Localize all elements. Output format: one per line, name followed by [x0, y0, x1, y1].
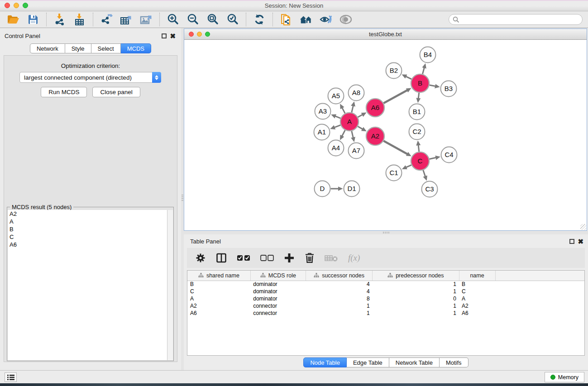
column-header-successor-nodes[interactable]: successor nodes — [306, 271, 372, 281]
open-folder-icon[interactable] — [6, 13, 20, 26]
column-header-name[interactable]: name — [459, 271, 495, 281]
close-panel-button[interactable]: Close panel — [92, 87, 140, 97]
node-table: shared nameMCDS rolesuccessor nodesprede… — [187, 270, 585, 356]
result-list-item[interactable]: C — [8, 233, 167, 241]
column-view-icon[interactable] — [216, 251, 227, 265]
edge-B-B2[interactable] — [406, 76, 412, 79]
add-column-icon[interactable] — [284, 251, 295, 265]
delete-column-trash-icon[interactable] — [305, 251, 315, 265]
edge-B-B1[interactable] — [418, 93, 419, 99]
function-builder-icon[interactable]: f(x) — [348, 251, 360, 265]
home-icon[interactable] — [299, 13, 313, 26]
table-row[interactable]: Adominator80A — [187, 295, 585, 302]
result-list-item[interactable]: B — [8, 225, 167, 233]
edge-B-B3[interactable] — [430, 85, 435, 86]
float-panel-icon[interactable] — [162, 33, 167, 38]
column-header-shared-name[interactable]: shared name — [187, 271, 250, 281]
column-header-MCDS-role[interactable]: MCDS role — [250, 271, 306, 281]
save-icon[interactable] — [26, 13, 40, 26]
export-table-icon[interactable] — [120, 13, 133, 26]
edge-A-A8[interactable] — [352, 106, 353, 113]
column-header-predecessor-nodes[interactable]: predecessor nodes — [373, 271, 459, 281]
result-list-item[interactable]: A — [8, 218, 167, 225]
edge-A2-C[interactable] — [383, 141, 407, 154]
export-image-icon[interactable] — [139, 13, 153, 26]
tab-mcds[interactable]: MCDS — [121, 43, 151, 53]
tab-network-table[interactable]: Network Table — [389, 357, 440, 367]
edge-A-A7[interactable] — [352, 131, 353, 138]
horizontal-split-divider[interactable] — [184, 231, 588, 234]
result-list-item[interactable]: A2 — [8, 210, 167, 218]
selected-criterion-value: largest connected component (directed) — [20, 74, 152, 81]
split-gripper-icon — [182, 195, 183, 202]
tab-motifs[interactable]: Motifs — [440, 357, 468, 367]
table-row[interactable]: A2connector11A2 — [187, 302, 585, 310]
edge-C-C3[interactable] — [423, 170, 425, 176]
edge-A-A2[interactable] — [358, 126, 363, 129]
edge-C-C4[interactable] — [430, 157, 436, 159]
gear-icon[interactable] — [195, 251, 206, 265]
edge-A-A3[interactable] — [335, 116, 340, 119]
table-cell: dominator — [250, 288, 306, 295]
table-row[interactable]: Cdominator41C — [187, 288, 585, 295]
import-network-icon[interactable] — [53, 13, 67, 26]
memory-label: Memory — [558, 374, 578, 381]
zoom-fit-icon[interactable] — [206, 13, 220, 26]
import-table-icon[interactable] — [73, 13, 86, 26]
search-input[interactable] — [449, 14, 583, 25]
zoom-out-icon[interactable] — [186, 13, 200, 26]
show-panel-list-button[interactable] — [5, 372, 17, 382]
result-list-item[interactable]: A6 — [8, 241, 167, 248]
edge-A-A4[interactable] — [342, 130, 345, 136]
graph-node-label: A3 — [319, 107, 327, 115]
table-cell — [495, 310, 585, 317]
deselect-all-checkboxes-icon[interactable] — [260, 251, 274, 265]
hide-graphics-details-icon[interactable] — [319, 13, 333, 26]
eye-icon[interactable] — [339, 13, 353, 26]
graph-node-label: C2 — [412, 128, 421, 135]
optimization-criterion-select[interactable]: largest connected component (directed) — [19, 72, 161, 83]
table-cell: 0 — [373, 295, 459, 302]
edge-A-A1[interactable] — [335, 125, 341, 127]
network-window-titlebar[interactable]: testGlobe.txt — [184, 29, 587, 40]
float-panel-icon[interactable] — [569, 239, 574, 244]
tab-node-table[interactable]: Node Table — [303, 357, 347, 367]
tab-network[interactable]: Network — [30, 43, 65, 53]
table-panel-header: Table Panel ✖ — [184, 234, 588, 246]
table-cell: C — [459, 288, 495, 295]
table-toolbar: f(x) — [187, 248, 585, 268]
window-title: Session: New Session — [0, 2, 588, 9]
delete-table-icon[interactable] — [325, 251, 338, 265]
edge-B-B4[interactable] — [422, 67, 424, 74]
graph-node-label: A7 — [352, 147, 360, 154]
export-network-icon[interactable] — [100, 13, 113, 26]
edge-A6-B[interactable] — [383, 90, 407, 103]
table-cell: 8 — [306, 295, 372, 302]
dropdown-stepper-icon — [152, 72, 161, 83]
graph-node-label: A5 — [332, 92, 340, 100]
select-all-checkboxes-icon[interactable] — [237, 251, 250, 265]
table-row[interactable]: Bdominator41B — [187, 281, 585, 288]
close-panel-icon[interactable]: ✖ — [578, 238, 583, 246]
copy-network-document-icon[interactable] — [279, 13, 293, 26]
edge-A-A5[interactable] — [342, 108, 345, 113]
tree-hierarchy-icon — [198, 273, 204, 278]
tab-style[interactable]: Style — [65, 43, 91, 53]
tab-select[interactable]: Select — [91, 43, 121, 53]
zoom-in-icon[interactable] — [166, 13, 180, 26]
table-row[interactable]: A6connector11A6 — [187, 310, 585, 317]
memory-button[interactable]: Memory — [545, 372, 584, 382]
table-cell: connector — [250, 310, 306, 317]
network-canvas[interactable]: B4B2BB3A5A8A3A6AB1A1A2C2A4A7C4CC1C3DD1 — [184, 40, 587, 230]
fx-label: f(x) — [348, 253, 360, 263]
result-list-scrollbar[interactable] — [167, 210, 173, 360]
close-panel-icon[interactable]: ✖ — [170, 32, 176, 40]
edge-C-C1[interactable] — [406, 165, 411, 167]
edge-C-C2[interactable] — [418, 145, 419, 152]
refresh-icon[interactable] — [253, 13, 266, 26]
run-mcds-button[interactable]: Run MCDS — [41, 87, 87, 97]
tab-edge-table[interactable]: Edge Table — [347, 357, 389, 367]
zoom-selected-icon[interactable] — [226, 13, 239, 26]
resize-grip-icon[interactable] — [580, 224, 586, 230]
edge-A-A6[interactable] — [358, 114, 362, 117]
